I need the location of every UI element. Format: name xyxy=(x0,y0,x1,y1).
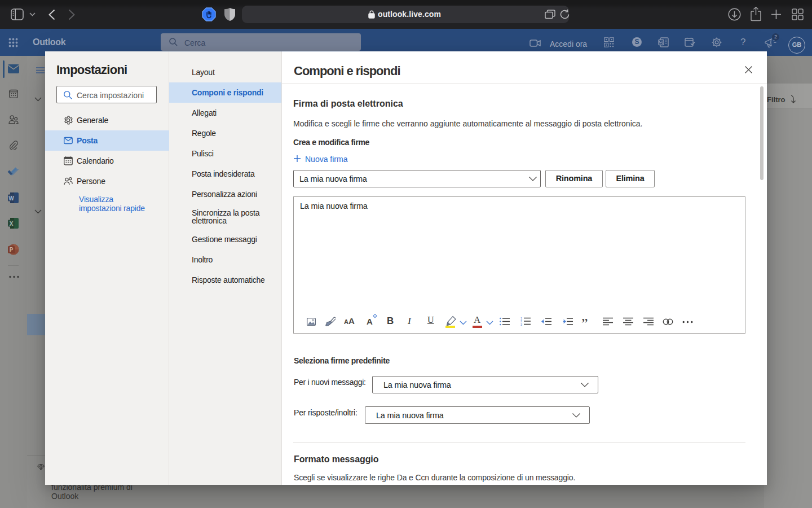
svg-text:3: 3 xyxy=(520,323,522,326)
svg-text:W: W xyxy=(8,195,14,202)
svg-text:X: X xyxy=(10,221,14,227)
svg-text:P: P xyxy=(10,247,14,253)
